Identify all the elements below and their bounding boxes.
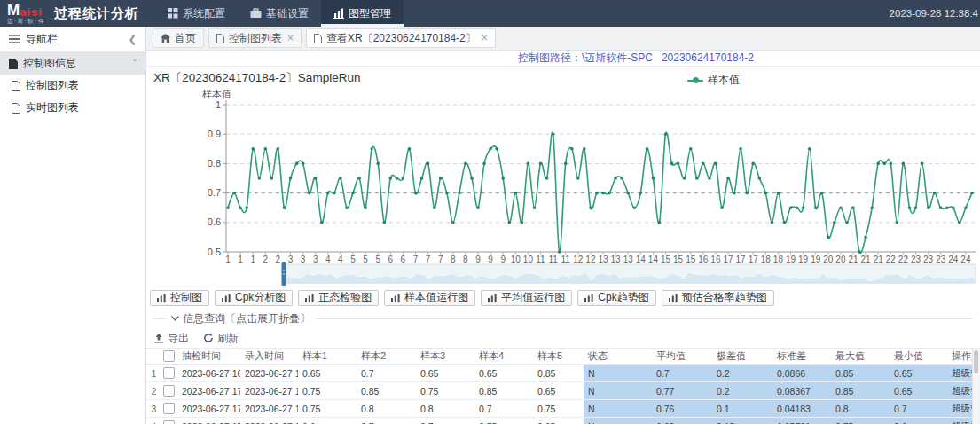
data-point[interactable] [939,206,943,209]
data-point[interactable] [270,177,274,180]
data-point[interactable] [839,206,843,209]
tab-home[interactable]: 首页 [153,28,204,48]
hamburger-icon[interactable] [9,35,20,43]
data-point[interactable] [564,162,568,166]
data-point[interactable] [689,147,693,151]
data-point[interactable] [376,162,380,166]
data-point[interactable] [314,177,318,180]
chart-button-预估合格率趋势图[interactable]: 预估合格率趋势图 [662,290,774,306]
tab-control-chart-list[interactable]: 控制图列表 × [208,28,302,48]
info-query-toggle[interactable]: 信息查询〔点击展开折叠〕 [171,311,310,326]
sidebar-item-control-chart-list[interactable]: 控制图列表 [0,75,145,97]
export-button[interactable]: 导出 [153,331,189,346]
data-point[interactable] [583,147,586,151]
data-point[interactable] [883,162,887,166]
data-point[interactable] [783,221,787,224]
data-point[interactable] [420,177,424,180]
data-point[interactable] [896,221,899,224]
data-point[interactable] [396,177,399,180]
chart-button-控制图[interactable]: 控制图 [150,290,209,306]
chart-button-Cpk分析图[interactable]: Cpk分析图 [215,290,293,306]
data-point[interactable] [764,192,768,195]
menu-item-system-config[interactable]: 系统配置 [155,0,238,27]
data-point[interactable] [677,162,680,166]
data-point[interactable] [501,177,505,180]
data-point[interactable] [364,206,367,209]
data-point[interactable] [302,162,305,166]
data-point[interactable] [945,206,949,209]
select-all-checkbox[interactable] [163,350,175,362]
data-point[interactable] [777,192,780,195]
data-point[interactable] [751,162,755,166]
data-point[interactable] [527,162,530,166]
data-point[interactable] [664,132,668,136]
data-point[interactable] [533,206,537,209]
data-point[interactable] [833,221,836,224]
menu-item-basic-settings[interactable]: 基础设置 [238,0,321,27]
data-point[interactable] [827,236,830,239]
data-point[interactable] [708,177,711,180]
data-point[interactable] [964,206,968,209]
data-point[interactable] [283,206,286,209]
legend-sample-value[interactable]: 样本值 [687,73,740,88]
data-point[interactable] [796,206,799,209]
data-point[interactable] [726,177,730,180]
data-point[interactable] [389,177,393,180]
data-point[interactable] [733,192,736,195]
data-point[interactable] [845,221,849,224]
chart-button-Cpk趋势图[interactable]: Cpk趋势图 [577,290,655,306]
data-point[interactable] [646,147,649,151]
data-point[interactable] [595,192,599,195]
data-point[interactable] [402,177,405,180]
data-point[interactable] [514,192,518,195]
data-point[interactable] [864,236,867,239]
row-checkbox[interactable] [163,403,175,414]
row-checkbox[interactable] [163,385,175,397]
data-point[interactable] [439,177,443,180]
data-point[interactable] [921,162,924,166]
data-point[interactable] [433,206,436,209]
data-point[interactable] [357,177,361,180]
row-checkbox[interactable] [163,420,175,424]
data-point[interactable] [451,221,455,224]
table-scrollbar[interactable] [972,349,980,424]
data-point[interactable] [870,206,874,209]
data-point[interactable] [639,192,643,195]
data-point[interactable] [552,132,555,136]
data-point[interactable] [745,192,749,195]
close-tab-icon[interactable]: × [482,33,488,43]
data-point[interactable] [464,162,467,166]
data-point[interactable] [476,206,480,209]
data-point[interactable] [521,221,524,224]
close-tab-icon[interactable]: × [287,33,294,43]
data-point[interactable] [508,221,512,224]
data-point[interactable] [245,206,248,209]
data-point[interactable] [714,162,717,166]
data-point[interactable] [608,192,611,195]
data-point[interactable] [558,250,561,254]
data-point[interactable] [908,206,912,209]
chart-button-样本值运行图[interactable]: 样本值运行图 [384,290,475,306]
data-point[interactable] [308,192,311,195]
data-point[interactable] [495,147,498,151]
data-point[interactable] [933,192,937,195]
data-point[interactable] [489,147,492,151]
data-point[interactable] [927,206,930,209]
data-point[interactable] [289,177,293,180]
data-point[interactable] [695,177,699,180]
data-point[interactable] [539,162,543,166]
data-point[interactable] [702,162,705,166]
data-point[interactable] [239,206,242,209]
data-point[interactable] [789,206,793,209]
data-point[interactable] [614,177,617,180]
data-point[interactable] [251,147,255,151]
data-point[interactable] [683,177,686,180]
datazoom-handle[interactable] [282,262,286,286]
data-point[interactable] [326,192,330,195]
data-point[interactable] [470,177,474,180]
data-point[interactable] [620,177,623,180]
refresh-button[interactable]: 刷新 [203,331,239,346]
data-point[interactable] [958,221,961,224]
data-point[interactable] [333,192,336,195]
data-point[interactable] [858,250,861,254]
